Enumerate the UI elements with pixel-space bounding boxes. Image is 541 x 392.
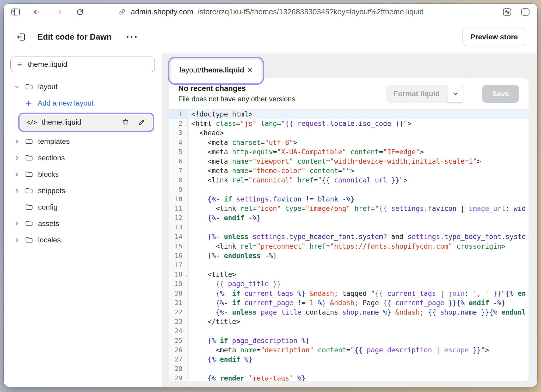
split-view-icon[interactable] [521,7,530,17]
preview-store-button[interactable]: Preview store [462,28,526,46]
chevron-right-icon[interactable] [13,138,21,145]
code-editor[interactable]: 1<!doctype html>2⌄<html class="js" lang=… [169,109,528,381]
code-line-text: <link rel="canonical" href="{{ canonical… [189,175,528,185]
tree-item-add-a-new-layout[interactable]: Add a new layout [24,95,155,111]
tree-item-assets[interactable]: assets [10,215,155,232]
code-line[interactable]: 20 {%- if current_tags %} &ndash; tagged… [169,289,528,298]
browser-window: admin.shopify.com/store/rzq1xu-f5/themes… [4,4,537,387]
chevron-right-icon[interactable] [13,220,21,227]
code-line[interactable]: 12 {%- endif -%} [169,213,528,223]
code-line-text: {% if page_description %} [189,336,528,345]
exit-icon[interactable] [16,32,27,42]
tree-item-templates[interactable]: templates [10,133,155,150]
code-line-text: {%- endif -%} [189,213,528,223]
code-line[interactable]: 6 <meta name="viewport" content="width=d… [169,157,528,166]
close-tab-icon[interactable] [246,66,254,74]
code-line[interactable]: 16 {%- endunless -%} [169,251,528,260]
trash-icon[interactable] [121,118,130,127]
code-line-text [189,185,528,194]
code-line-text: {% endif %} [189,355,528,364]
format-options-chevron-icon[interactable] [447,85,464,103]
fold-caret-icon[interactable]: ⌄ [185,122,188,126]
sidebar-toggle-icon[interactable] [11,7,20,17]
forward-icon[interactable] [54,7,63,17]
code-line[interactable]: 8 <link rel="canonical" href="{{ canonic… [169,175,528,185]
address-bar[interactable]: admin.shopify.com/store/rzq1xu-f5/themes… [117,4,424,20]
code-line-text: <head> [189,128,528,138]
tree-item-theme-liquid[interactable]: </>theme.liquid [21,115,152,130]
code-line[interactable]: 11 <link rel="icon" type="image/png" hre… [169,204,528,213]
line-number: 15 [169,242,189,251]
code-line[interactable]: 25 {% if page_description %} [169,336,528,345]
code-line[interactable]: 2⌄<html class="js" lang="{{ request.loca… [169,119,528,128]
code-line[interactable]: 28 [169,364,528,373]
code-line-text: {%- if settings.favicon != blank -%} [189,194,528,204]
code-line[interactable]: 29 {% render 'meta-tags' %} [169,373,528,381]
line-number: 24 [169,326,189,336]
tree-item-snippets[interactable]: snippets [10,182,155,199]
code-line[interactable]: 1<!doctype html> [169,109,528,119]
file-sidebar: layoutAdd a new layout</>theme.liquidtem… [4,53,162,387]
folder-icon [24,154,33,162]
fold-caret-icon[interactable]: ⌄ [185,131,188,136]
code-line[interactable]: 10 {%- if settings.favicon != blank -%} [169,194,528,204]
tree-item-locales[interactable]: locales [10,232,155,248]
save-button[interactable]: Save [482,85,519,103]
code-line[interactable]: 21 {%- if current_page != 1 %} &ndash; P… [169,298,528,308]
code-line-text [189,223,528,232]
browser-toolbar: admin.shopify.com/store/rzq1xu-f5/themes… [4,4,537,20]
code-line[interactable]: 27 {% endif %} [169,355,528,364]
folder-icon [24,170,33,178]
code-line[interactable]: 3⌄ <head> [169,128,528,138]
code-line[interactable]: 15 <link rel="preconnect" href="https://… [169,242,528,251]
chevron-down-icon[interactable] [13,84,21,90]
code-line[interactable]: 18⌄ <title> [169,270,528,279]
code-line[interactable]: 9 [169,185,528,194]
reload-icon[interactable] [75,7,84,17]
chevron-right-icon[interactable] [13,155,21,161]
chevron-right-icon[interactable] [13,188,21,194]
code-line[interactable]: 22 {%- unless page_title contains shop.n… [169,308,528,317]
format-liquid-button[interactable]: Format liquid [386,85,464,103]
pencil-icon[interactable] [137,118,146,127]
back-icon[interactable] [32,7,42,17]
code-line-text: {%- if current_page != 1 %} &ndash; Page… [189,298,528,308]
code-line[interactable]: 24 [169,326,528,336]
line-number: 1 [169,109,189,119]
code-line[interactable]: 4 <meta charset="utf-8"> [169,138,528,147]
tree-item-label: templates [38,137,70,146]
tree-item-label: snippets [38,187,65,195]
code-line[interactable]: 23 </title> [169,317,528,326]
chevron-right-icon[interactable] [13,237,21,243]
line-number: 27 [169,355,189,364]
code-line[interactable]: 7 <meta name="theme-color" content=""> [169,166,528,175]
tree-item-blocks[interactable]: blocks [10,166,155,182]
toolbar-actions: Format liquid Save [386,78,528,109]
more-actions-icon[interactable] [127,32,137,42]
line-number: 29 [169,373,189,381]
code-line[interactable]: 13 [169,223,528,232]
tab-theme-liquid[interactable]: layout/theme.liquid [171,60,261,81]
tree-item-layout[interactable]: layout [10,78,155,95]
tree-item-config[interactable]: config [10,199,155,215]
line-number: 26 [169,345,189,355]
code-line[interactable]: 14 {%- unless settings.type_header_font.… [169,232,528,241]
browser-nav-icons [11,7,84,17]
page-settings-icon[interactable] [502,7,512,17]
code-line[interactable]: 19 {{ page_title }} [169,279,528,289]
file-search-box[interactable] [10,57,155,72]
tree-item-label: sections [38,154,65,162]
search-input[interactable] [28,60,149,69]
format-liquid-label[interactable]: Format liquid [386,85,447,103]
code-line[interactable]: 26 <meta name="description" content="{{ … [169,345,528,355]
tree-item-label: blocks [38,170,59,179]
line-number: 17 [169,260,189,270]
tree-item-sections[interactable]: sections [10,150,155,166]
line-number: 21 [169,298,189,308]
code-line[interactable]: 17 [169,260,528,270]
chevron-right-icon[interactable] [13,171,21,177]
fold-caret-icon[interactable]: ⌄ [185,273,188,277]
code-line[interactable]: 5 <meta http-equiv="X-UA-Compatible" con… [169,147,528,157]
editor-card: No recent changes File does not have any… [169,78,528,381]
page-title: Edit code for Dawn [38,32,112,42]
